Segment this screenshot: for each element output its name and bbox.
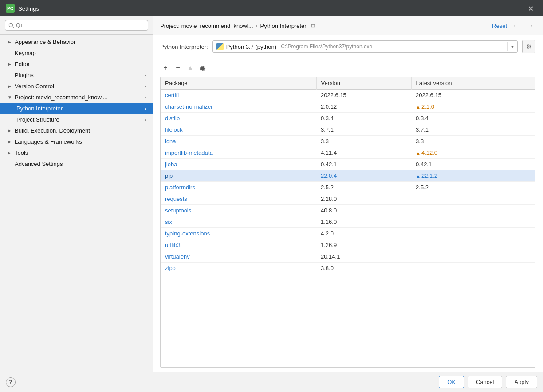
table-row[interactable]: typing-extensions4.2.0 <box>161 228 535 239</box>
package-version: 20.14.1 <box>316 251 411 263</box>
sidebar-item-build[interactable]: ▶ Build, Execution, Deployment <box>0 125 153 136</box>
packages-list: Package Version Latest version certifi20… <box>161 77 535 274</box>
sidebar-item-keymap-label: Keymap <box>15 50 36 56</box>
package-version: 3.3 <box>316 136 411 147</box>
package-version: 3.8.0 <box>316 263 411 274</box>
breadcrumb: Project: movie_recommend_knowl... › Pyth… <box>160 23 492 29</box>
sidebar-item-vc-label: Version Control <box>15 83 54 90</box>
package-latest-version: 0.3.4 <box>411 113 535 124</box>
vc-icon: ▪ <box>145 84 146 89</box>
package-name: setuptools <box>161 205 316 216</box>
sidebar-item-version-control[interactable]: ▶ Version Control ▪ <box>0 81 153 92</box>
collapse-arrow-build: ▶ <box>8 128 12 133</box>
table-row[interactable]: virtualenv20.14.1 <box>161 251 535 263</box>
table-row[interactable]: jieba0.42.10.42.1 <box>161 159 535 170</box>
package-name: virtualenv <box>161 251 316 263</box>
package-name: distlib <box>161 113 316 124</box>
sidebar-item-python-interpreter-label: Python Interpreter <box>16 105 63 112</box>
sidebar-item-keymap[interactable]: Keymap <box>0 47 153 59</box>
up-package-button[interactable]: ▲ <box>185 63 196 73</box>
sidebar-item-advanced-settings-label: Advanced Settings <box>15 161 63 167</box>
sidebar-item-languages[interactable]: ▶ Languages & Frameworks <box>0 136 153 147</box>
sidebar-item-python-interpreter[interactable]: Python Interpreter ▪ <box>0 103 153 114</box>
package-version: 3.7.1 <box>316 124 411 136</box>
back-button[interactable]: ← <box>511 21 521 31</box>
reset-button[interactable]: Reset <box>492 23 507 29</box>
table-row[interactable]: requests2.28.0 <box>161 193 535 205</box>
search-box <box>0 16 153 35</box>
table-row[interactable]: setuptools40.8.0 <box>161 205 535 216</box>
packages-tbody: certifi2022.6.152022.6.15charset-normali… <box>161 90 535 274</box>
collapse-arrow-tools: ▶ <box>8 150 12 155</box>
title-bar: PC Settings ✕ <box>0 0 543 16</box>
select-dropdown-icon[interactable]: ▼ <box>507 42 517 51</box>
sidebar-item-advanced-settings[interactable]: Advanced Settings <box>0 158 153 169</box>
package-version: 2.5.2 <box>316 182 411 193</box>
remove-package-button[interactable]: − <box>173 63 183 73</box>
cancel-button[interactable]: Cancel <box>468 376 502 388</box>
add-package-button[interactable]: + <box>160 63 171 73</box>
sidebar-item-project-structure[interactable]: Project Structure ▪ <box>0 114 153 125</box>
table-row[interactable]: charset-normalizer2.0.12▲2.1.0 <box>161 101 535 113</box>
breadcrumb-current: Python Interpreter <box>260 23 307 29</box>
package-version: 1.16.0 <box>316 216 411 228</box>
package-latest-version: ▲2.1.0 <box>411 101 535 113</box>
package-latest-version <box>411 239 535 251</box>
package-version: 2022.6.15 <box>316 90 411 101</box>
sidebar-item-project-structure-label: Project Structure <box>16 116 59 123</box>
col-header-package: Package <box>161 77 316 90</box>
packages-table: Package Version Latest version certifi20… <box>160 77 535 368</box>
interpreter-select-wrap[interactable]: Python 3.7 (python) C:\Program Files\Pyt… <box>212 40 518 53</box>
package-name: six <box>161 216 316 228</box>
package-version: 4.11.4 <box>316 147 411 159</box>
package-version: 22.0.4 <box>316 170 411 182</box>
update-arrow-icon: ▲ <box>416 104 421 110</box>
packages-area: + − ▲ ◉ Package Version Latest version <box>153 58 543 372</box>
sidebar-item-editor[interactable]: ▶ Editor <box>0 59 153 70</box>
sidebar-item-languages-label: Languages & Frameworks <box>15 138 82 145</box>
inspect-package-button[interactable]: ◉ <box>197 63 208 73</box>
package-name: zipp <box>161 263 316 274</box>
project-structure-icon: ▪ <box>145 117 146 122</box>
table-row[interactable]: urllib31.26.9 <box>161 239 535 251</box>
package-name: filelock <box>161 124 316 136</box>
forward-button[interactable]: → <box>525 21 535 31</box>
table-row[interactable]: platformdirs2.5.22.5.2 <box>161 182 535 193</box>
sidebar-item-plugins[interactable]: Plugins ▪ <box>0 70 153 81</box>
table-row[interactable]: filelock3.7.13.7.1 <box>161 124 535 136</box>
update-arrow-icon: ▲ <box>416 150 421 156</box>
sidebar-item-tools[interactable]: ▶ Tools <box>0 147 153 158</box>
sidebar-item-project[interactable]: ▼ Project: movie_recommend_knowl... ▪ <box>0 92 153 103</box>
sidebar-item-plugins-label: Plugins <box>15 72 34 78</box>
package-version: 2.28.0 <box>316 193 411 205</box>
table-row[interactable]: pip22.0.4▲22.1.2 <box>161 170 535 182</box>
package-latest-version: 2.5.2 <box>411 182 535 193</box>
table-row[interactable]: six1.16.0 <box>161 216 535 228</box>
package-latest-version <box>411 205 535 216</box>
ok-button[interactable]: OK <box>439 376 464 388</box>
packages-toolbar: + − ▲ ◉ <box>160 63 535 73</box>
apply-button[interactable]: Apply <box>506 376 537 388</box>
table-row[interactable]: distlib0.3.40.3.4 <box>161 113 535 124</box>
interpreter-selected-path: C:\Program Files\Python37\python.exe <box>281 43 372 50</box>
help-button[interactable]: ? <box>6 377 16 387</box>
collapse-arrow-editor: ▶ <box>8 62 12 67</box>
search-input[interactable] <box>5 20 148 31</box>
table-row[interactable]: idna3.33.3 <box>161 136 535 147</box>
python-interpreter-icon: ▪ <box>145 106 146 111</box>
action-buttons: OK Cancel Apply <box>439 376 537 388</box>
table-row[interactable]: certifi2022.6.152022.6.15 <box>161 90 535 101</box>
interpreter-row: Python Interpreter: Python 3.7 (python) … <box>153 35 543 58</box>
table-row[interactable]: importlib-metadata4.11.4▲4.12.0 <box>161 147 535 159</box>
interpreter-select[interactable]: Python 3.7 (python) C:\Program Files\Pyt… <box>213 41 507 52</box>
interpreter-selected-name: Python 3.7 (python) <box>226 43 276 50</box>
package-version: 2.0.12 <box>316 101 411 113</box>
package-name: certifi <box>161 90 316 101</box>
gear-button[interactable]: ⚙ <box>522 40 535 53</box>
sidebar-item-appearance[interactable]: ▶ Appearance & Behavior <box>0 36 153 47</box>
package-name: requests <box>161 193 316 205</box>
table-row[interactable]: zipp3.8.0 <box>161 263 535 274</box>
close-button[interactable]: ✕ <box>524 3 537 15</box>
sidebar: ▶ Appearance & Behavior Keymap ▶ Editor … <box>0 16 153 372</box>
col-header-version: Version <box>316 77 411 90</box>
